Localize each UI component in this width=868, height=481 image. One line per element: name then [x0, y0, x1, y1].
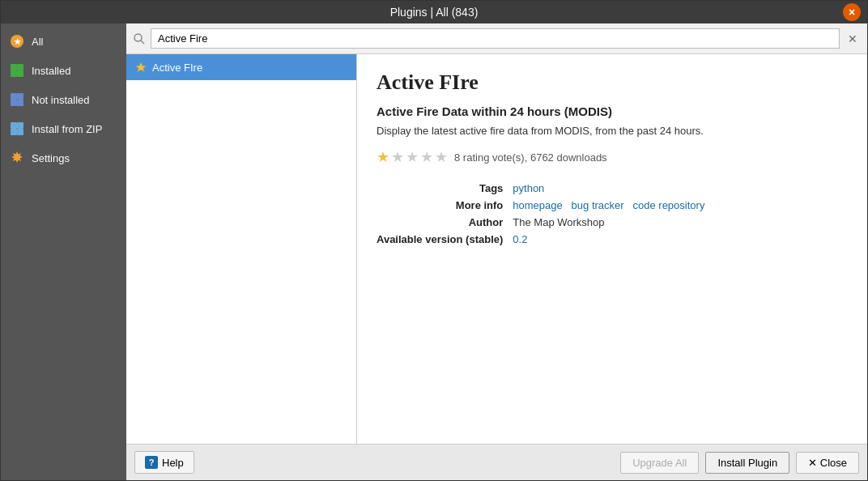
right-panel: ✕ Active FIre Active FIre Active Fire — [126, 23, 867, 480]
sidebar-item-not-installed[interactable]: Not installed — [1, 85, 126, 114]
svg-rect-9 — [17, 100, 23, 106]
content-area: Active FIre Active FIre Active Fire Data… — [126, 54, 867, 444]
search-icon — [133, 32, 146, 45]
sidebar-settings-label: Settings — [32, 152, 70, 164]
svg-point-15 — [134, 34, 142, 41]
plugin-title: Active FIre — [377, 70, 848, 95]
rating-row: ★ ★ ★ ★ ★ 8 rating vote(s), 6762 downloa… — [377, 148, 848, 166]
list-item-label: Active FIre — [152, 62, 202, 74]
svg-rect-7 — [17, 93, 23, 100]
star-1: ★ — [377, 148, 389, 166]
sidebar-not-installed-label: Not installed — [32, 94, 90, 106]
svg-rect-6 — [11, 93, 17, 100]
all-icon: ★ — [9, 33, 25, 49]
search-clear-button[interactable]: ✕ — [845, 31, 861, 47]
sidebar-item-all[interactable]: ★ All — [1, 27, 126, 56]
window-title: Plugins | All (843) — [390, 6, 479, 19]
bottom-left: ? Help — [134, 451, 194, 474]
version-value: 0.2 — [513, 233, 848, 245]
star-3: ★ — [406, 148, 419, 166]
sidebar-installed-label: Installed — [32, 65, 70, 77]
info-table: Tags python More info homepage bug track… — [377, 182, 848, 245]
main-window: Plugins | All (843) × ★ All Installe — [0, 0, 868, 481]
version-label: Available version (stable) — [377, 233, 503, 245]
star-2: ★ — [391, 148, 404, 166]
sidebar: ★ All Installed — [1, 23, 126, 480]
bottom-right: Upgrade All Install Plugin ✕ Close — [620, 452, 859, 474]
titlebar: Plugins | All (843) × — [1, 1, 867, 23]
bottom-bar: ? Help Upgrade All Install Plugin ✕ Clos… — [126, 444, 867, 480]
bug-tracker-link[interactable]: bug tracker — [572, 199, 624, 211]
list-item[interactable]: Active FIre — [126, 54, 356, 80]
sidebar-item-settings[interactable]: Settings — [1, 143, 126, 172]
svg-rect-5 — [17, 70, 23, 77]
svg-rect-3 — [17, 64, 23, 70]
sidebar-zip-label: Install from ZIP — [32, 123, 102, 135]
sidebar-item-install-zip[interactable]: Install from ZIP — [1, 114, 126, 143]
star-rating: ★ ★ ★ ★ ★ — [377, 148, 448, 166]
install-plugin-button[interactable]: Install Plugin — [705, 452, 789, 474]
close-button[interactable]: ✕ Close — [796, 452, 859, 474]
homepage-link[interactable]: homepage — [513, 199, 562, 211]
tags-label: Tags — [377, 182, 503, 194]
svg-text:★: ★ — [14, 37, 22, 46]
author-label: Author — [377, 216, 503, 228]
sidebar-item-installed[interactable]: Installed — [1, 56, 126, 85]
svg-rect-4 — [11, 70, 17, 77]
svg-rect-12 — [11, 129, 17, 135]
tag-python-link[interactable]: python — [513, 182, 544, 194]
svg-rect-2 — [11, 64, 17, 70]
not-installed-icon — [9, 92, 25, 108]
version-link[interactable]: 0.2 — [513, 233, 527, 245]
search-bar: ✕ — [126, 23, 867, 54]
code-repository-link[interactable]: code repository — [633, 199, 705, 211]
svg-rect-10 — [11, 122, 17, 129]
svg-marker-17 — [136, 62, 146, 72]
sidebar-all-label: All — [32, 36, 43, 48]
window-close-button[interactable]: × — [843, 3, 861, 21]
plugin-star-icon — [134, 61, 147, 74]
tags-value: python — [513, 182, 848, 194]
upgrade-all-button[interactable]: Upgrade All — [620, 452, 699, 474]
installed-icon — [9, 62, 25, 79]
main-content: ★ All Installed — [1, 23, 867, 480]
plugin-detail: Active FIre Active Fire Data within 24 h… — [357, 54, 867, 444]
plugin-description: Display the latest active fire data from… — [377, 125, 848, 137]
plugin-list: Active FIre — [126, 54, 357, 444]
author-value: The Map Workshop — [513, 216, 848, 228]
close-label: Close — [820, 457, 847, 469]
svg-line-16 — [141, 40, 144, 44]
more-info-value: homepage bug tracker code repository — [513, 199, 848, 211]
help-button[interactable]: ? Help — [134, 451, 194, 474]
settings-icon — [9, 150, 25, 166]
search-input[interactable] — [151, 28, 840, 49]
star-5: ★ — [435, 148, 448, 166]
svg-rect-8 — [11, 100, 17, 106]
svg-rect-13 — [17, 129, 23, 135]
more-info-label: More info — [377, 199, 503, 211]
help-label: Help — [162, 457, 184, 469]
star-4: ★ — [420, 148, 433, 166]
svg-rect-11 — [17, 122, 23, 129]
help-icon: ? — [145, 456, 158, 469]
zip-icon — [9, 121, 25, 137]
plugin-subtitle: Active Fire Data within 24 hours (MODIS) — [377, 104, 848, 118]
rating-text: 8 rating vote(s), 6762 downloads — [454, 151, 607, 164]
close-x-icon: ✕ — [808, 457, 817, 469]
